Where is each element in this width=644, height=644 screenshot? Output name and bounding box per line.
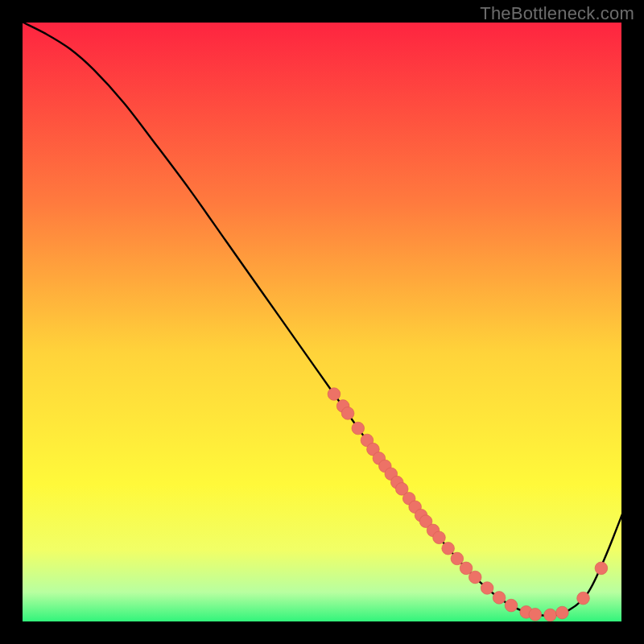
curve-marker: [352, 422, 365, 435]
curve-marker: [577, 592, 590, 605]
curve-marker: [595, 562, 608, 575]
curve-marker: [451, 552, 464, 565]
curve-marker: [469, 571, 481, 584]
bottleneck-chart: [0, 0, 644, 644]
curve-marker: [341, 407, 354, 420]
plot-background: [22, 22, 622, 622]
curve-marker: [544, 609, 557, 621]
watermark-text: TheBottleneck.com: [480, 3, 634, 24]
curve-marker: [556, 606, 569, 619]
curve-marker: [493, 592, 506, 605]
curve-marker: [505, 599, 518, 612]
curve-marker: [328, 388, 341, 401]
curve-marker: [433, 531, 446, 544]
curve-marker: [529, 608, 542, 621]
chart-container: { "watermark": "TheBottleneck.com", "col…: [0, 0, 644, 644]
curve-marker: [481, 582, 493, 595]
curve-marker: [442, 542, 455, 555]
